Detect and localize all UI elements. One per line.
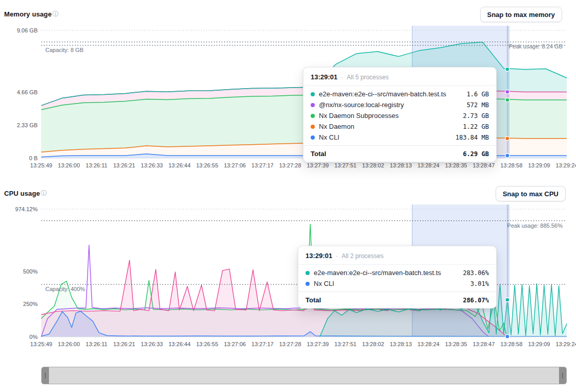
x-axis-tick-label: 13:26:44 [168,162,191,168]
x-axis-tick-label: 13:28:58 [500,341,522,347]
x-axis-tick-label: 13:27:51 [334,162,357,168]
x-axis-tick-label: 13:28:24 [417,341,439,347]
x-axis-tick-label: 13:28:47 [473,162,495,168]
process-value: 572 MB [467,101,489,109]
x-axis-tick-label: 13:26:21 [113,162,135,168]
scrollbar-handle-right[interactable] [559,367,566,384]
x-axis-tick-label: 13:25:49 [30,341,53,347]
process-color-dot [311,135,315,140]
hover-dot [505,154,510,158]
nx-profiler-page: Memory usage ⓘ Snap to max memory 9.06 G… [0,0,576,392]
scrollbar-handle-left[interactable] [42,367,49,384]
x-axis-tick-label: 13:26:00 [58,162,80,168]
tooltip-subtitle: All 2 processes [342,252,383,260]
x-axis-tick-label: 13:28:24 [417,162,439,168]
process-name: Nx Daemon Subprocesses [319,112,459,120]
process-name: e2e-maven:e2e-ci--src/maven-batch.test.t… [319,90,463,98]
tooltip-process-row: @nx/nx-source:local-registry572 MB [303,99,496,110]
scrollbar-track[interactable] [49,367,559,384]
process-value: 283.06% [463,269,489,277]
tooltip-total-value: 6.29 GB [463,150,489,158]
tooltip-total-row: Total 286.07% [298,292,496,308]
process-color-dot [311,103,315,107]
x-axis-tick-label: 13:28:35 [445,162,467,168]
cpu-section-title: CPU usage [4,190,40,197]
tooltip-total-label: Total [306,296,321,304]
tooltip-process-list: e2e-maven:e2e-ci--src/maven-batch.test.t… [298,265,496,291]
process-color-dot [311,92,315,96]
y-axis-tick-label: 500% [23,268,38,275]
x-axis-tick-label: 13:27:28 [279,341,301,347]
tooltip-separator: · [341,74,343,81]
x-axis-tick-label: 13:27:28 [279,162,301,168]
process-color-dot [306,271,310,275]
capacity-label: Capacity: 400% [45,286,85,292]
snap-to-max-cpu-button[interactable]: Snap to max CPU [496,186,566,201]
peak-label: Peak usage: 8.24 GB [509,43,563,49]
tooltip-process-list: e2e-maven:e2e-ci--src/maven-batch.test.t… [303,86,496,144]
tooltip-process-row: Nx CLI183.84 MB [303,132,496,143]
process-color-dot [311,114,315,118]
capacity-label: Capacity: 8 GB [45,47,83,53]
x-axis-tick-label: 13:28:13 [389,162,412,168]
process-name: @nx/nx-source:local-registry [319,101,463,109]
memory-section-title: Memory usage [4,10,52,18]
x-axis-tick-label: 13:26:00 [58,341,80,347]
x-axis-tick-label: 13:27:06 [224,341,246,347]
process-color-dot [311,125,315,129]
x-axis-tick-label: 13:26:33 [141,341,163,347]
x-axis-tick-label: 13:26:11 [86,162,107,168]
timeline-scrollbar[interactable] [41,367,567,384]
tooltip-time: 13:29:01 [311,73,337,81]
tooltip-process-row: e2e-maven:e2e-ci--src/maven-batch.test.t… [298,267,496,278]
tooltip-header: 13:29:01 · All 2 processes [298,246,496,265]
hover-dot [505,334,510,338]
tooltip-process-row: Nx CLI3.01% [298,278,496,289]
process-value: 1.22 GB [463,123,489,130]
process-name: Nx CLI [314,280,466,287]
tooltip-subtitle: All 5 processes [347,74,388,81]
info-icon[interactable]: ⓘ [53,11,59,17]
x-axis-tick-label: 13:29:24 [556,162,576,168]
tooltip-separator: · [336,252,338,260]
x-axis-tick-label: 13:26:44 [168,341,191,347]
x-axis-tick-label: 13:28:02 [362,162,384,168]
process-value: 3.01% [470,280,489,287]
x-axis-tick-label: 13:26:55 [196,162,218,168]
x-axis-tick-label: 13:27:17 [251,341,274,347]
y-axis-tick-label: 9.06 GB [17,27,38,33]
tooltip-time: 13:29:01 [306,252,332,260]
x-axis-tick-label: 13:27:39 [307,341,329,347]
hover-dot [505,67,510,72]
x-axis-tick-label: 13:28:35 [445,341,467,347]
x-axis-tick-label: 13:26:21 [113,341,135,347]
y-axis-tick-label: 0 B [29,155,38,161]
process-value: 183.84 MB [455,134,489,141]
x-axis-tick-label: 13:26:11 [86,341,107,347]
process-value: 2.73 GB [463,112,489,120]
y-axis-tick-label: 250% [23,301,38,307]
x-axis-tick-label: 13:27:39 [307,162,329,168]
hover-dot [505,137,510,141]
y-axis-tick-label: 0% [29,334,38,340]
cpu-tooltip: 13:29:01 · All 2 processes e2e-maven:e2e… [298,246,497,309]
hover-dot [505,98,510,102]
info-icon[interactable]: ⓘ [41,190,47,196]
tooltip-process-row: Nx Daemon Subprocesses2.73 GB [303,110,496,121]
hover-dot [505,298,510,302]
y-axis-tick-label: 2.33 GB [17,122,38,128]
process-value: 1.6 GB [467,91,489,98]
tooltip-process-row: Nx Daemon1.22 GB [303,121,496,132]
hover-dot [505,90,510,94]
tooltip-header: 13:29:01 · All 5 processes [303,67,496,86]
y-axis-tick-label: 4.66 GB [17,89,38,95]
peak-label: Peak usage: 885.56% [507,223,563,229]
process-name: Nx Daemon [319,123,459,130]
x-axis-tick-label: 13:29:09 [528,162,550,168]
x-axis-tick-label: 13:29:24 [556,341,576,347]
snap-to-max-memory-button[interactable]: Snap to max memory [480,7,563,22]
memory-tooltip: 13:29:01 · All 5 processes e2e-maven:e2e… [303,67,497,162]
x-axis-tick-label: 13:28:47 [473,341,495,347]
x-axis-tick-label: 13:29:09 [528,341,550,347]
x-axis-tick-label: 13:27:51 [334,341,357,347]
